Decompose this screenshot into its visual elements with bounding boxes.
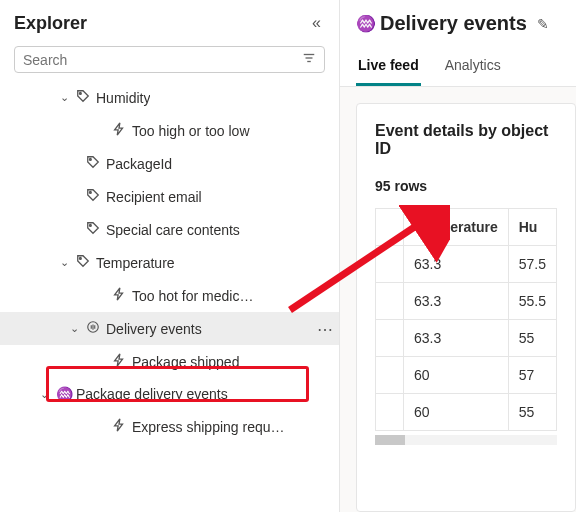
chevron-down-icon: ⌄ xyxy=(58,256,70,269)
cell: 63.3 xyxy=(403,283,508,320)
flow-icon: ♒ xyxy=(356,14,370,33)
tree-item-humidity-alert[interactable]: Too high or too low xyxy=(0,114,339,147)
tree-label: Temperature xyxy=(96,255,175,271)
tree-item-temperature[interactable]: ⌄ Temperature xyxy=(0,246,339,279)
tree-label: Recipient email xyxy=(106,189,202,205)
page-title: Delivery events xyxy=(380,12,527,35)
tag-icon xyxy=(86,155,100,172)
tree-label: Too high or too low xyxy=(132,123,250,139)
collapse-icon[interactable]: « xyxy=(308,10,325,36)
table-row[interactable]: 6057 xyxy=(376,357,557,394)
explorer-panel: Explorer « ⌄ Humidity Too high or too lo… xyxy=(0,0,340,512)
chevron-down-icon: ⌄ xyxy=(58,91,70,104)
tree-label: Package delivery events xyxy=(76,386,228,402)
tree-label: Express shipping requ… xyxy=(132,419,285,435)
cell: 55 xyxy=(508,394,556,431)
svg-point-7 xyxy=(80,258,82,260)
tree-item-delivery-events[interactable]: ⌄ Delivery events ⋯ xyxy=(0,312,339,345)
tree-item-special-care[interactable]: Special care contents xyxy=(0,213,339,246)
data-table: Temperature Hu 63.357.5 63.355.5 63.355 … xyxy=(375,208,557,431)
tree-label: Too hot for medic… xyxy=(132,288,253,304)
svg-point-4 xyxy=(90,159,92,161)
cell: 57 xyxy=(508,357,556,394)
col-temperature[interactable]: Temperature xyxy=(403,209,508,246)
bolt-icon xyxy=(112,287,126,304)
tree-item-packageid[interactable]: PackageId xyxy=(0,147,339,180)
bolt-icon xyxy=(112,353,126,370)
svg-point-5 xyxy=(90,192,92,194)
tree-label: PackageId xyxy=(106,156,172,172)
explorer-tree[interactable]: ⌄ Humidity Too high or too low PackageId… xyxy=(0,81,339,512)
tab-live-feed[interactable]: Live feed xyxy=(356,47,421,86)
bolt-icon xyxy=(112,418,126,435)
flow-icon: ♒ xyxy=(56,386,70,402)
cell: 60 xyxy=(403,394,508,431)
svg-point-3 xyxy=(80,93,82,95)
tree-item-package-delivery-events[interactable]: ⌄ ♒ Package delivery events xyxy=(0,378,339,410)
svg-point-6 xyxy=(90,225,92,227)
tree-label: Humidity xyxy=(96,90,150,106)
cell: 63.3 xyxy=(403,246,508,283)
table-row[interactable]: 6055 xyxy=(376,394,557,431)
chevron-down-icon: ⌄ xyxy=(38,388,50,401)
more-icon[interactable]: ⋯ xyxy=(317,319,333,338)
chevron-down-icon: ⌄ xyxy=(68,322,80,335)
tree-item-temperature-alert[interactable]: Too hot for medic… xyxy=(0,279,339,312)
tabs: Live feed Analytics xyxy=(340,47,576,87)
card-event-details: Event details by object ID 95 rows Tempe… xyxy=(356,103,576,512)
tree-label: Package shipped xyxy=(132,354,239,370)
col-blank xyxy=(376,209,404,246)
tree-item-express-shipping[interactable]: Express shipping requ… xyxy=(0,410,339,443)
table-row[interactable]: 63.355.5 xyxy=(376,283,557,320)
bolt-icon xyxy=(112,122,126,139)
cell: 60 xyxy=(403,357,508,394)
card-title: Event details by object ID xyxy=(375,122,557,158)
stream-icon xyxy=(86,320,100,337)
cell: 55.5 xyxy=(508,283,556,320)
tree-label: Special care contents xyxy=(106,222,240,238)
tag-icon xyxy=(76,254,90,271)
table-row[interactable]: 63.355 xyxy=(376,320,557,357)
tree-item-recipient-email[interactable]: Recipient email xyxy=(0,180,339,213)
tab-analytics[interactable]: Analytics xyxy=(443,47,503,86)
tag-icon xyxy=(86,188,100,205)
tag-icon xyxy=(86,221,100,238)
tree-item-package-shipped[interactable]: Package shipped xyxy=(0,345,339,378)
col-humidity[interactable]: Hu xyxy=(508,209,556,246)
filter-icon[interactable] xyxy=(302,51,316,68)
main-panel: ♒ Delivery events ✎ Live feed Analytics … xyxy=(340,0,576,512)
tree-item-humidity[interactable]: ⌄ Humidity xyxy=(0,81,339,114)
table-row[interactable]: 63.357.5 xyxy=(376,246,557,283)
edit-icon[interactable]: ✎ xyxy=(537,16,549,32)
cell: 63.3 xyxy=(403,320,508,357)
search-field[interactable] xyxy=(23,52,302,68)
cell: 55 xyxy=(508,320,556,357)
tree-label: Delivery events xyxy=(106,321,202,337)
explorer-title: Explorer xyxy=(14,13,87,34)
horizontal-scrollbar[interactable] xyxy=(375,435,557,445)
cell: 57.5 xyxy=(508,246,556,283)
search-input[interactable] xyxy=(14,46,325,73)
row-count: 95 rows xyxy=(375,178,557,194)
tag-icon xyxy=(76,89,90,106)
